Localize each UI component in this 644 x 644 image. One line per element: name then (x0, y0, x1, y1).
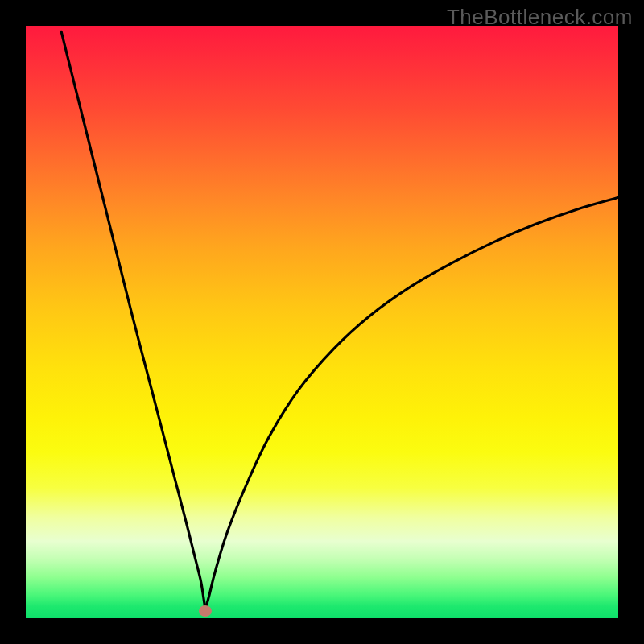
chart-minimum-marker (199, 605, 212, 617)
curve-left-branch (61, 31, 205, 609)
curve-right-branch (205, 197, 618, 609)
watermark-text: TheBottleneck.com (447, 5, 633, 30)
chart-frame (26, 26, 618, 618)
chart-curve-svg (26, 26, 618, 618)
